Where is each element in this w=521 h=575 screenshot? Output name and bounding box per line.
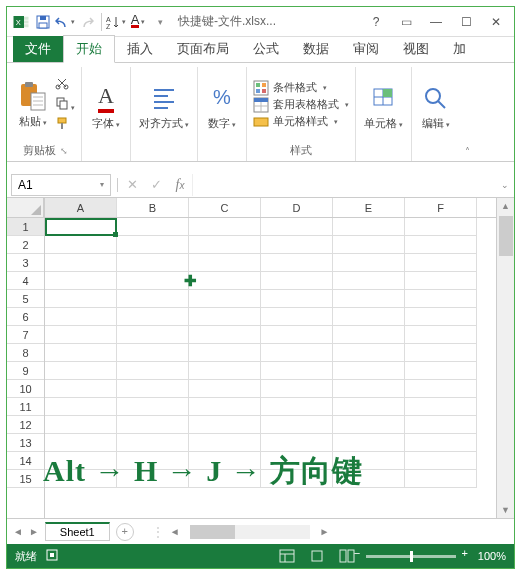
- col-header[interactable]: E: [333, 198, 405, 217]
- page-layout-view-icon[interactable]: [306, 547, 328, 565]
- tab-view[interactable]: 视图: [391, 36, 441, 62]
- tab-review[interactable]: 审阅: [341, 36, 391, 62]
- cancel-formula-icon[interactable]: ✕: [120, 177, 144, 192]
- scroll-right-icon[interactable]: ►: [320, 526, 330, 537]
- next-sheet-icon[interactable]: ►: [29, 526, 39, 537]
- paste-button[interactable]: 粘贴: [15, 78, 51, 131]
- redo-icon[interactable]: [77, 12, 97, 32]
- svg-rect-27: [256, 83, 260, 87]
- prev-sheet-icon[interactable]: ◄: [13, 526, 23, 537]
- row-header[interactable]: 7: [7, 326, 44, 344]
- tab-addins[interactable]: 加: [441, 36, 478, 62]
- hscroll-thumb[interactable]: [190, 525, 235, 539]
- vertical-scrollbar[interactable]: ▲ ▼: [496, 198, 514, 518]
- editing-button[interactable]: 编辑: [418, 80, 454, 133]
- undo-icon[interactable]: [55, 12, 75, 32]
- row-header[interactable]: 10: [7, 380, 44, 398]
- row-header[interactable]: 4: [7, 272, 44, 290]
- cells-area[interactable]: A B C D E F: [45, 198, 496, 518]
- scroll-left-icon[interactable]: ◄: [170, 526, 180, 537]
- svg-rect-21: [61, 123, 63, 129]
- macro-record-icon[interactable]: [45, 548, 59, 564]
- scroll-down-icon[interactable]: ▼: [501, 502, 510, 518]
- name-box-dropdown-icon[interactable]: ▾: [100, 180, 104, 189]
- row-header[interactable]: 2: [7, 236, 44, 254]
- svg-rect-7: [39, 23, 47, 28]
- row-header[interactable]: 13: [7, 434, 44, 452]
- font-color-icon[interactable]: A: [128, 12, 148, 32]
- tab-page-layout[interactable]: 页面布局: [165, 36, 241, 62]
- minimize-icon[interactable]: —: [422, 12, 450, 32]
- formula-bar: A1 ▾ ✕ ✓ fx ⌄: [7, 172, 514, 198]
- cell-styles-button[interactable]: 单元格样式▾: [253, 114, 349, 130]
- svg-rect-19: [60, 101, 67, 109]
- name-box[interactable]: A1 ▾: [11, 174, 111, 196]
- sort-icon[interactable]: AZ: [106, 12, 126, 32]
- number-button[interactable]: % 数字: [204, 80, 240, 133]
- tab-formulas[interactable]: 公式: [241, 36, 291, 62]
- expand-formula-bar-icon[interactable]: ⌄: [496, 180, 514, 190]
- row-header[interactable]: 3: [7, 254, 44, 272]
- styles-label: 样式: [290, 143, 312, 158]
- col-header[interactable]: C: [189, 198, 261, 217]
- sheet-tab[interactable]: Sheet1: [45, 522, 110, 541]
- tab-insert[interactable]: 插入: [115, 36, 165, 62]
- accept-formula-icon[interactable]: ✓: [144, 177, 168, 192]
- row-header[interactable]: 1: [7, 218, 44, 236]
- col-header[interactable]: F: [405, 198, 477, 217]
- tab-data[interactable]: 数据: [291, 36, 341, 62]
- row-header[interactable]: 15: [7, 470, 44, 488]
- col-header[interactable]: B: [117, 198, 189, 217]
- insert-function-icon[interactable]: fx: [168, 177, 192, 193]
- maximize-icon[interactable]: ☐: [452, 12, 480, 32]
- cell-styles-icon: [253, 114, 269, 130]
- name-box-value: A1: [18, 178, 33, 192]
- row-header[interactable]: 12: [7, 416, 44, 434]
- tab-home[interactable]: 开始: [63, 35, 115, 63]
- copy-icon[interactable]: [55, 96, 75, 114]
- zoom-level[interactable]: 100%: [478, 550, 506, 562]
- row-header[interactable]: 9: [7, 362, 44, 380]
- horizontal-scrollbar[interactable]: [190, 525, 310, 539]
- zoom-slider[interactable]: [366, 555, 456, 558]
- col-header[interactable]: D: [261, 198, 333, 217]
- file-tab[interactable]: 文件: [13, 36, 63, 62]
- scroll-up-icon[interactable]: ▲: [501, 198, 510, 214]
- select-all-corner[interactable]: [7, 198, 44, 218]
- close-icon[interactable]: ✕: [482, 12, 510, 32]
- group-font: A 字体: [82, 67, 131, 161]
- conditional-formatting-label: 条件格式: [273, 80, 317, 95]
- number-icon: %: [206, 82, 238, 114]
- clipboard-launcher-icon[interactable]: ⤡: [60, 146, 68, 156]
- font-icon: A: [90, 82, 122, 114]
- clipboard-label: 剪贴板: [23, 143, 56, 158]
- collapse-ribbon-icon[interactable]: ˄: [460, 67, 474, 161]
- cut-icon[interactable]: [55, 76, 75, 94]
- formula-input[interactable]: [192, 174, 496, 196]
- row-header[interactable]: 5: [7, 290, 44, 308]
- normal-view-icon[interactable]: [276, 547, 298, 565]
- format-as-table-label: 套用表格格式: [273, 97, 339, 112]
- format-as-table-button[interactable]: 套用表格格式▾: [253, 97, 349, 113]
- row-header[interactable]: 11: [7, 398, 44, 416]
- new-sheet-icon[interactable]: +: [116, 523, 134, 541]
- row-header[interactable]: 6: [7, 308, 44, 326]
- scroll-thumb[interactable]: [499, 216, 513, 256]
- help-icon[interactable]: ?: [362, 12, 390, 32]
- format-painter-icon[interactable]: [55, 116, 75, 134]
- font-label: 字体: [92, 116, 120, 131]
- alignment-button[interactable]: 对齐方式: [137, 80, 191, 133]
- font-button[interactable]: A 字体: [88, 80, 124, 133]
- row-header[interactable]: 14: [7, 452, 44, 470]
- svg-text:Z: Z: [106, 23, 111, 29]
- ribbon-display-icon[interactable]: ▭: [392, 12, 420, 32]
- svg-rect-39: [383, 89, 392, 97]
- window-title: 快捷键-文件.xlsx...: [178, 13, 276, 30]
- zoom-knob[interactable]: [410, 551, 413, 562]
- qat-customize-icon[interactable]: ▾: [150, 12, 170, 32]
- save-icon[interactable]: [33, 12, 53, 32]
- conditional-formatting-button[interactable]: 条件格式▾: [253, 80, 349, 96]
- col-header[interactable]: A: [45, 198, 117, 217]
- cells-button[interactable]: 单元格: [362, 80, 405, 133]
- row-header[interactable]: 8: [7, 344, 44, 362]
